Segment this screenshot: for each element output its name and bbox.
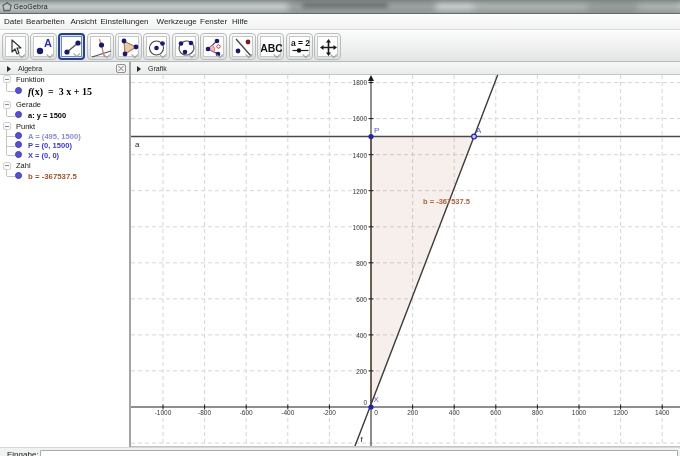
svg-text:1600: 1600 — [353, 115, 368, 122]
svg-text:X: X — [374, 395, 380, 404]
svg-text:1000: 1000 — [353, 224, 368, 231]
svg-text:-400: -400 — [281, 409, 294, 416]
svg-text:1800: 1800 — [353, 79, 368, 86]
svg-text:1200: 1200 — [353, 188, 368, 195]
svg-text:1400: 1400 — [655, 409, 670, 416]
svg-text:1000: 1000 — [572, 409, 587, 416]
svg-text:600: 600 — [490, 409, 501, 416]
svg-text:-1000: -1000 — [155, 409, 172, 416]
svg-text:a = 2: a = 2 — [291, 38, 310, 48]
svg-text:200: 200 — [356, 368, 367, 375]
svg-text:-600: -600 — [240, 409, 253, 416]
svg-text:400: 400 — [449, 409, 460, 416]
svg-text:800: 800 — [356, 260, 367, 267]
svg-text:200: 200 — [407, 409, 418, 416]
svg-text:800: 800 — [532, 409, 543, 416]
svg-text:0: 0 — [374, 409, 378, 416]
svg-text:b = -367537.5: b = -367537.5 — [423, 197, 470, 206]
svg-text:400: 400 — [356, 332, 367, 339]
svg-text:0: 0 — [363, 399, 367, 406]
svg-text:1400: 1400 — [353, 152, 368, 159]
svg-text:-200: -200 — [323, 409, 336, 416]
svg-text:A: A — [476, 126, 482, 135]
svg-text:A: A — [44, 37, 52, 49]
svg-text:1200: 1200 — [613, 409, 628, 416]
svg-text:P: P — [374, 126, 379, 135]
svg-text:600: 600 — [356, 296, 367, 303]
svg-text:-800: -800 — [198, 409, 211, 416]
svg-text:ABC: ABC — [261, 42, 282, 54]
svg-text:a: a — [135, 140, 140, 149]
